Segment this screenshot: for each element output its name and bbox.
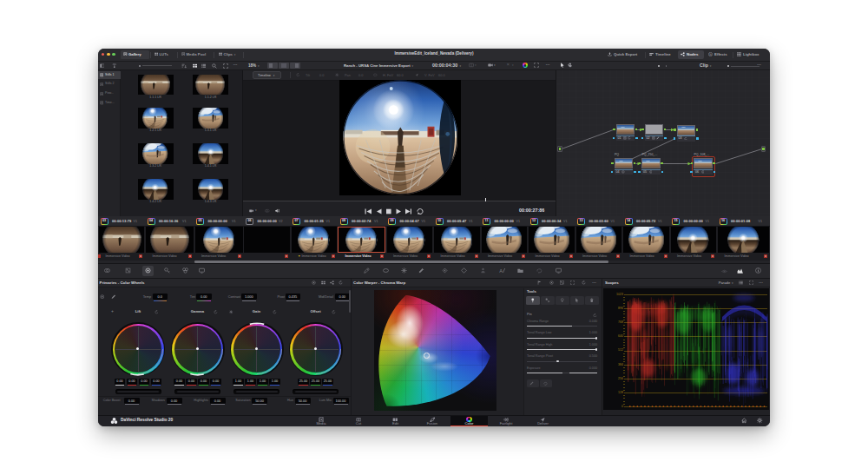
svg-text:A: A — [499, 268, 503, 274]
svg-text:fx: fx — [709, 52, 712, 56]
